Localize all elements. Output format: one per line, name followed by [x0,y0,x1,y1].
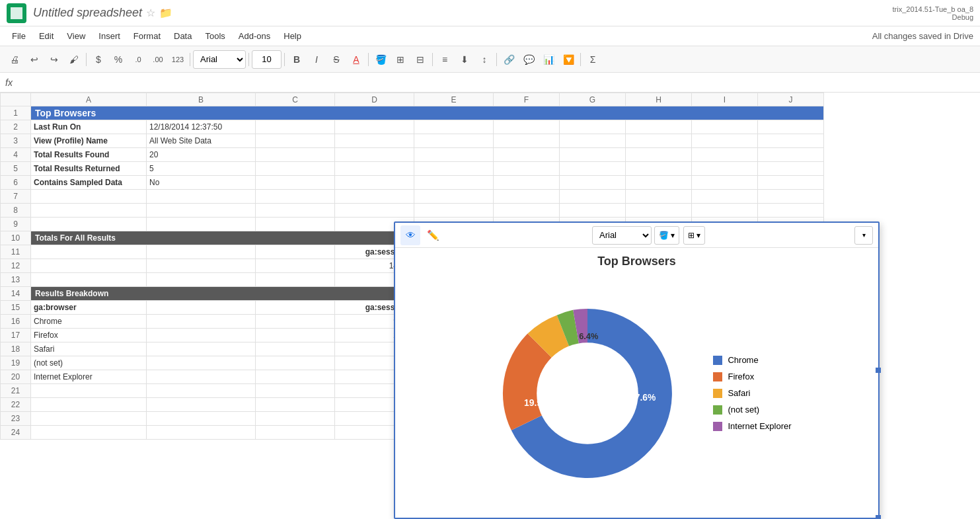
cell-2-J[interactable] [758,120,824,134]
cell-5-B[interactable]: 5 [147,162,256,176]
wrap-btn[interactable]: ↕ [475,50,494,69]
cell-15-C[interactable] [256,301,335,315]
table-row[interactable]: 3View (Profile) NameAll Web Site Data [1,134,824,148]
cell-3-F[interactable] [494,134,560,148]
menu-format[interactable]: Format [128,30,166,42]
cell-8-I[interactable] [692,204,758,218]
menu-insert[interactable]: Insert [93,30,126,42]
redo-btn[interactable]: ↪ [45,50,63,69]
comment-btn[interactable]: 💬 [519,50,538,69]
cell-3-C[interactable] [256,134,335,148]
star-icon[interactable]: ☆ [146,7,155,19]
col-header-f[interactable]: F [494,93,560,106]
cell-3-J[interactable] [758,134,824,148]
cell-7-J[interactable] [758,190,824,204]
cell-8-E[interactable] [414,204,494,218]
cell-3-B[interactable]: All Web Site Data [147,134,256,148]
cell-8-D[interactable] [335,204,414,218]
cell-5-A[interactable]: Total Results Returned [31,162,147,176]
table-row[interactable]: 8 [1,204,824,218]
bold-btn[interactable]: B [287,50,306,69]
cell-6-B[interactable]: No [147,176,256,190]
cell-13-C[interactable] [256,273,335,287]
chart-resize-handle[interactable] [876,515,881,519]
cell-11-B[interactable] [147,245,256,259]
cell-4-E[interactable] [414,148,494,162]
cell-23-C[interactable] [256,412,335,426]
cell-7-D[interactable] [335,190,414,204]
cell-4-A[interactable]: Total Results Found [31,148,147,162]
cell-18-B[interactable] [147,342,256,356]
cell-2-C[interactable] [256,120,335,134]
cell-19-A[interactable]: (not set) [31,356,147,370]
cell-8-H[interactable] [626,204,692,218]
chart-overlay[interactable]: 👁 ✏️ Arial 🪣 ▾ ⊞ ▾ ▾ Top Browsers [394,221,880,519]
menu-edit[interactable]: Edit [34,30,59,42]
cell-8-J[interactable] [758,204,824,218]
chart-btn[interactable]: 📊 [539,50,558,69]
cell-7-H[interactable] [626,190,692,204]
table-row[interactable]: 7 [1,190,824,204]
strikethrough-btn[interactable]: S [327,50,346,69]
borders-btn[interactable]: ⊞ [391,50,410,69]
cell-5-D[interactable] [335,162,414,176]
cell-17-A[interactable]: Firefox [31,329,147,342]
cell-2-B[interactable]: 12/18/2014 12:37:50 [147,120,256,134]
currency-btn[interactable]: $ [89,50,108,69]
cell-5-C[interactable] [256,162,335,176]
cell-15-B[interactable] [147,301,256,315]
paint-format-btn[interactable]: 🖌 [65,50,83,69]
italic-btn[interactable]: I [307,50,326,69]
cell-23-B[interactable] [147,412,256,426]
cell-5-H[interactable] [626,162,692,176]
cell-15-A[interactable]: ga:browser [31,301,147,315]
cell-20-B[interactable] [147,370,256,384]
menu-tools[interactable]: Tools [200,30,230,42]
cell-2-D[interactable] [335,120,414,134]
table-row[interactable]: 4Total Results Found20 [1,148,824,162]
dec00-btn[interactable]: .00 [149,50,167,69]
chart-font-select[interactable]: Arial [592,226,652,245]
cell-3-E[interactable] [414,134,494,148]
cell-19-B[interactable] [147,356,256,370]
cell-2-G[interactable] [560,120,626,134]
cell-5-E[interactable] [414,162,494,176]
cell-20-C[interactable] [256,370,335,384]
col-header-h[interactable]: H [626,93,692,106]
cell-6-F[interactable] [494,176,560,190]
cell-4-I[interactable] [692,148,758,162]
font-size-input[interactable] [252,50,282,69]
chart-menu-btn[interactable]: ▾ [854,226,873,245]
cell-5-I[interactable] [692,162,758,176]
cell-4-J[interactable] [758,148,824,162]
cell-6-G[interactable] [560,176,626,190]
align-btn[interactable]: ≡ [435,50,454,69]
chart-resize-handle-right[interactable] [876,368,881,373]
chart-fill-btn[interactable]: 🪣 ▾ [654,226,679,245]
cell-6-E[interactable] [414,176,494,190]
cell-8-A[interactable] [31,204,147,218]
font-select[interactable]: Arial [193,50,246,69]
cell-8-C[interactable] [256,204,335,218]
col-header-e[interactable]: E [414,93,494,106]
valign-btn[interactable]: ⬇ [455,50,474,69]
menu-data[interactable]: Data [169,30,197,42]
menu-addons[interactable]: Add-ons [233,30,276,42]
cell-2-A[interactable]: Last Run On [31,120,147,134]
cell-18-C[interactable] [256,342,335,356]
cell-13-A[interactable] [31,273,147,287]
cell-4-B[interactable]: 20 [147,148,256,162]
sheet-scroll[interactable]: A B C D E F G H I J 1Top Browsers2Last R… [0,93,980,519]
cell-9-A[interactable] [31,218,147,231]
formula-input[interactable] [18,77,975,87]
cell-12-B[interactable] [147,259,256,273]
function-btn[interactable]: Σ [584,50,602,69]
cell-24-C[interactable] [256,426,335,440]
cell-24-B[interactable] [147,426,256,440]
cell-18-A[interactable]: Safari [31,342,147,356]
cell-12-C[interactable] [256,259,335,273]
print-btn[interactable]: 🖨 [5,50,24,69]
cell-3-A[interactable]: View (Profile) Name [31,134,147,148]
cell-6-J[interactable] [758,176,824,190]
cell-21-B[interactable] [147,384,256,398]
